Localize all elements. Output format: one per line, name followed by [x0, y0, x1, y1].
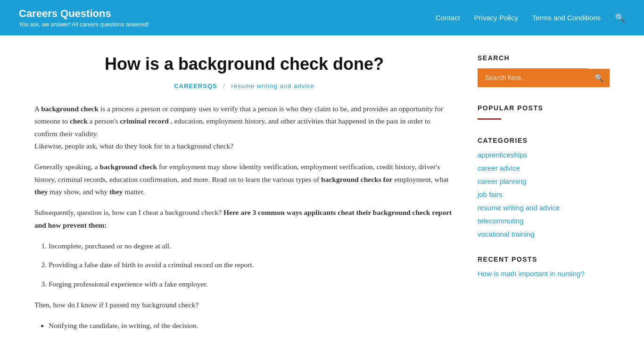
list-item: Forging professional experience with a f…: [49, 278, 454, 290]
category-list: apprenticeships career advice career pla…: [478, 151, 610, 239]
search-heading: SEARCH: [478, 54, 610, 62]
breadcrumb-separator: /: [223, 82, 225, 90]
category-item: apprenticeships: [478, 151, 610, 159]
article: How is a background check done? CAREERSQ…: [34, 54, 454, 341]
recent-posts-heading: RECENT POSTS: [478, 255, 610, 263]
breadcrumb: CAREERSQS / resume writing and advice: [34, 82, 454, 90]
sidebar-categories: CATEGORIES apprenticeships career advice…: [478, 137, 610, 239]
article-para-4: Then, how do I know if I passed my backg…: [34, 299, 454, 311]
nav-terms[interactable]: Terms and Conditions: [532, 14, 601, 22]
popular-posts-divider: [478, 118, 501, 120]
site-subtitle: You ask, we answer! All careers question…: [19, 21, 149, 28]
list-item: Providing a false date of birth to avoid…: [49, 259, 454, 271]
sidebar: SEARCH 🔍 POPULAR POSTS CATEGORIES appren…: [478, 54, 610, 341]
list-item: Incomplete, purchased or no degree at al…: [49, 240, 454, 252]
brand: Careers Questions You ask, we answer! Al…: [19, 8, 149, 28]
article-body: A background check is a process a person…: [34, 103, 454, 332]
category-item: job fairs: [478, 190, 610, 199]
categories-heading: CATEGORIES: [478, 137, 610, 144]
category-link-resume-writing[interactable]: resume writing and advice: [478, 204, 560, 212]
category-link-apprenticeships[interactable]: apprenticeships: [478, 151, 527, 159]
recent-posts-list: How is math important in nursing?: [478, 270, 610, 278]
breadcrumb-category[interactable]: CAREERSQS: [174, 82, 217, 90]
nav-privacy[interactable]: Privacy Policy: [474, 14, 518, 22]
category-link-job-fairs[interactable]: job fairs: [478, 190, 503, 198]
article-title: How is a background check done?: [34, 54, 454, 74]
breadcrumb-subcategory[interactable]: resume writing and advice: [231, 82, 314, 90]
search-button[interactable]: 🔍: [589, 69, 610, 87]
popular-posts-heading: POPULAR POSTS: [478, 104, 610, 112]
recent-post-link[interactable]: How is math important in nursing?: [478, 270, 585, 278]
search-form: 🔍: [478, 68, 610, 87]
bullet-list: Notifying the candidate, in writing, of …: [49, 320, 454, 332]
category-item: resume writing and advice: [478, 204, 610, 212]
category-link-telecommuting[interactable]: telecommuting: [478, 217, 524, 225]
search-input[interactable]: [478, 68, 589, 87]
sidebar-recent-posts: RECENT POSTS How is math important in nu…: [478, 255, 610, 278]
category-item: career planning: [478, 177, 610, 186]
ordered-list: Incomplete, purchased or no degree at al…: [49, 240, 454, 290]
article-para-3: Subsequently, question is, how can I che…: [34, 206, 454, 231]
search-icon[interactable]: 🔍: [615, 13, 625, 23]
article-para-2: Generally speaking, a background check f…: [34, 161, 454, 198]
site-title[interactable]: Careers Questions: [19, 8, 149, 20]
bullet-item: Notifying the candidate, in writing, of …: [49, 320, 454, 332]
sidebar-search-section: SEARCH 🔍: [478, 54, 610, 87]
sidebar-popular-posts: POPULAR POSTS: [478, 104, 610, 120]
recent-post-item: How is math important in nursing?: [478, 270, 610, 278]
main-container: How is a background check done? CAREERSQ…: [16, 35, 628, 360]
category-item: telecommuting: [478, 217, 610, 225]
category-link-vocational-training[interactable]: vocational training: [478, 230, 535, 238]
article-para-1: A background check is a process a person…: [34, 103, 454, 152]
category-item: vocational training: [478, 230, 610, 239]
site-header: Careers Questions You ask, we answer! Al…: [0, 0, 644, 35]
category-link-career-advice[interactable]: career advice: [478, 164, 520, 172]
main-nav: Contact Privacy Policy Terms and Conditi…: [436, 13, 625, 23]
nav-contact[interactable]: Contact: [436, 14, 460, 22]
category-item: career advice: [478, 164, 610, 173]
category-link-career-planning[interactable]: career planning: [478, 177, 526, 185]
